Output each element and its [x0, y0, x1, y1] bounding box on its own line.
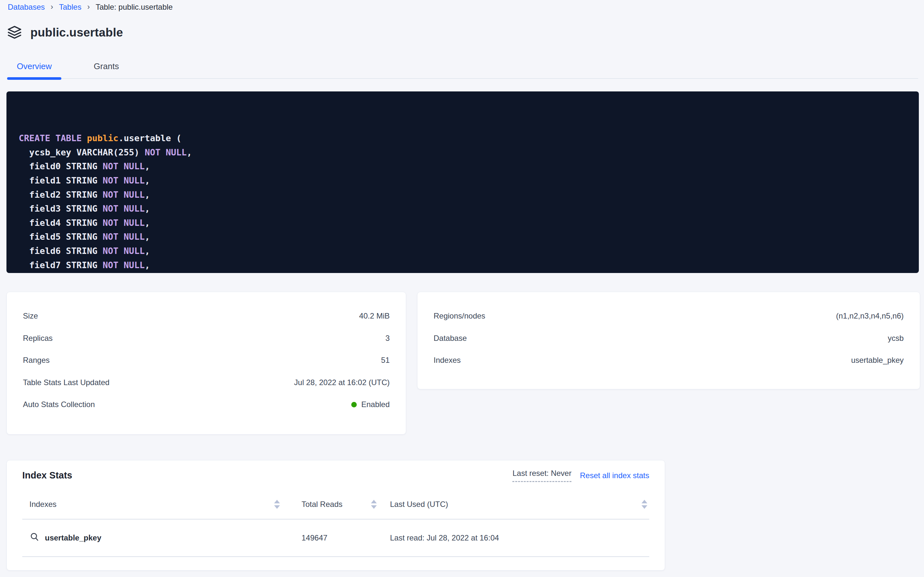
stat-row-auto-stats: Auto Stats Collection Enabled	[23, 393, 390, 416]
stat-row-regions-nodes: Regions/nodes (n1,n2,n3,n4,n5,n6)	[434, 305, 904, 327]
stat-value: (n1,n2,n3,n4,n5,n6)	[836, 311, 904, 321]
stat-value: Enabled	[351, 400, 390, 409]
breadcrumb: Databases › Tables › Table: public.usert…	[8, 3, 173, 11]
index-link[interactable]: usertable_pkey	[29, 532, 101, 544]
sort-icon[interactable]	[274, 500, 280, 509]
stat-row-database: Database ycsb	[434, 327, 904, 350]
sort-icon[interactable]	[371, 500, 377, 509]
column-header-last-used[interactable]: Last Used (UTC)	[390, 500, 448, 509]
index-total-reads: 149647	[302, 533, 327, 542]
stat-label: Replicas	[23, 334, 53, 343]
stat-label: Regions/nodes	[434, 311, 485, 321]
breadcrumb-link-tables[interactable]: Tables	[59, 3, 81, 11]
breadcrumb-separator-icon: ›	[87, 2, 90, 11]
tab-grants[interactable]: Grants	[84, 54, 129, 78]
stat-row-ranges: Ranges 51	[23, 349, 390, 372]
page-header: public.usertable	[7, 25, 123, 40]
stat-label: Ranges	[23, 356, 50, 365]
table-details-card: Regions/nodes (n1,n2,n3,n4,n5,n6) Databa…	[417, 292, 920, 389]
magnifier-icon	[29, 532, 40, 544]
stat-value: 40.2 MiB	[359, 311, 390, 321]
last-reset-label: Last reset: Never	[513, 469, 572, 482]
stat-row-size: Size 40.2 MiB	[23, 305, 390, 327]
stat-label: Auto Stats Collection	[23, 400, 95, 409]
status-text: Enabled	[361, 400, 390, 409]
stat-value: usertable_pkey	[851, 356, 904, 365]
breadcrumb-link-databases[interactable]: Databases	[8, 3, 45, 11]
stat-value: ycsb	[888, 334, 904, 343]
index-stats-card: Index Stats Last reset: Never Reset all …	[6, 460, 665, 571]
page-title: public.usertable	[31, 26, 123, 39]
sql-code: CREATE TABLE public.usertable ( ycsb_key…	[19, 131, 909, 273]
index-stats-table-header: Indexes Total Reads Last Used (UTC)	[22, 490, 649, 519]
index-stats-header: Index Stats Last reset: Never Reset all …	[22, 469, 649, 482]
sort-icon[interactable]	[641, 500, 647, 509]
index-stats-table-row: usertable_pkey 149647 Last read: Jul 28,…	[22, 519, 649, 557]
tab-bar: Overview Grants	[7, 54, 918, 79]
index-name[interactable]: usertable_pkey	[45, 533, 101, 542]
stat-value: 3	[386, 334, 390, 343]
breadcrumb-separator-icon: ›	[51, 2, 53, 11]
stat-label: Indexes	[434, 356, 461, 365]
table-stack-icon	[7, 25, 22, 40]
tab-overview[interactable]: Overview	[7, 54, 61, 78]
stat-label: Database	[434, 334, 467, 343]
table-overview-stats-card: Size 40.2 MiB Replicas 3 Ranges 51 Table…	[6, 292, 406, 435]
stat-value: 51	[381, 356, 390, 365]
stat-row-replicas: Replicas 3	[23, 327, 390, 350]
stat-row-stats-last-updated: Table Stats Last Updated Jul 28, 2022 at…	[23, 372, 390, 394]
stat-value: Jul 28, 2022 at 16:02 (UTC)	[294, 378, 390, 387]
index-last-used: Last read: Jul 28, 2022 at 16:04	[390, 533, 499, 542]
index-stats-title: Index Stats	[22, 469, 72, 481]
create-table-sql-block[interactable]: CREATE TABLE public.usertable ( ycsb_key…	[6, 92, 919, 273]
column-header-total-reads[interactable]: Total Reads	[302, 500, 342, 509]
status-enabled-dot-icon	[351, 402, 357, 408]
stat-label: Size	[23, 311, 38, 321]
stat-label: Table Stats Last Updated	[23, 378, 109, 387]
stat-row-indexes: Indexes usertable_pkey	[434, 349, 904, 372]
column-header-indexes[interactable]: Indexes	[29, 500, 56, 509]
breadcrumb-current: Table: public.usertable	[96, 3, 173, 11]
reset-all-index-stats-link[interactable]: Reset all index stats	[580, 471, 649, 480]
